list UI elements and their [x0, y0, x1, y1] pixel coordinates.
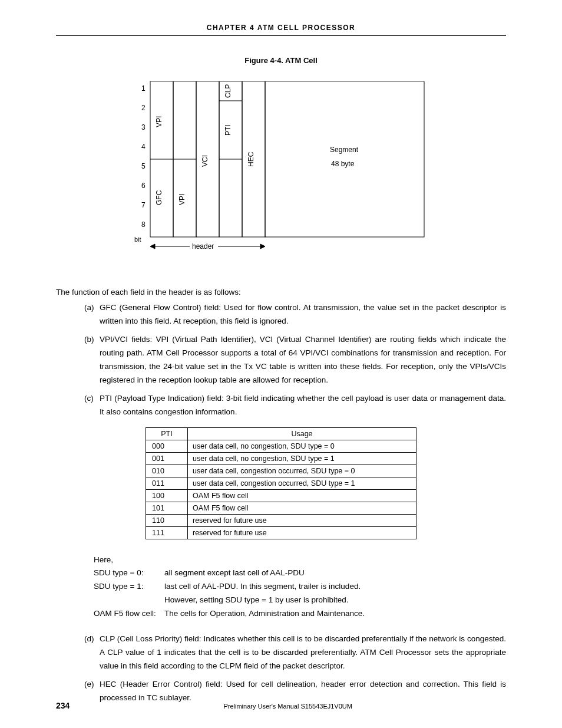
pti-cell: 011: [146, 477, 188, 489]
intro-text: The function of each field in the header…: [56, 288, 506, 297]
marker: (c): [84, 392, 100, 419]
svg-text:8: 8: [141, 220, 146, 229]
def-value: all segment except last cell of AAL-PDU: [164, 566, 305, 580]
table-row: 010user data cell, congestion occurred, …: [146, 465, 416, 477]
here-label: Here,: [94, 554, 506, 567]
field-body: CLP (Cell Loss Priority) field: Indicate…: [100, 633, 506, 673]
field-d: (d) CLP (Cell Loss Priority) field: Indi…: [84, 633, 506, 673]
def-label: SDU type = 0:: [94, 566, 164, 580]
pti-cell: 010: [146, 465, 188, 477]
pti-cell: 000: [146, 440, 188, 452]
svg-text:Segment: Segment: [330, 146, 359, 154]
field-b: (b) VPI/VCI fields: VPI (Virtual Path Id…: [84, 333, 506, 387]
pti-table: PTI Usage 000user data cell, no congesti…: [146, 427, 416, 539]
field-c: (c) PTI (Payload Type Indication) field:…: [84, 392, 506, 419]
svg-marker-31: [260, 244, 265, 249]
svg-text:PTI: PTI: [224, 124, 232, 136]
def-row: OAM F5 flow cell:The cells for Operation…: [94, 607, 506, 621]
svg-text:CLP: CLP: [224, 84, 232, 98]
usage-cell: user data cell, no congestion, SDU type …: [188, 452, 416, 465]
atm-cell-figure: 1 2 3 4 5 6 7 8 bit: [56, 81, 506, 264]
usage-cell: user data cell, no congestion, SDU type …: [188, 440, 416, 452]
pti-cell: 110: [146, 514, 188, 526]
pti-head: PTI: [146, 427, 188, 440]
field-a: (a) GFC (General Flow Control) field: Us…: [84, 301, 506, 328]
chapter-header: CHAPTER 4 ATM CELL PROCESSOR: [56, 24, 506, 36]
pti-cell: 001: [146, 452, 188, 465]
table-row: 000user data cell, no congestion, SDU ty…: [146, 440, 416, 452]
marker: (b): [84, 333, 100, 387]
svg-text:3: 3: [141, 123, 146, 131]
def-value: However, setting SDU type = 1 by user is…: [164, 594, 349, 607]
table-row: 001user data cell, no congestion, SDU ty…: [146, 452, 416, 465]
footer-text: Preliminary User's Manual S15543EJ1V0UM: [70, 703, 506, 710]
field-body: PTI (Payload Type Indication) field: 3-b…: [100, 392, 506, 419]
svg-text:header: header: [192, 242, 214, 251]
def-label: OAM F5 flow cell:: [94, 607, 164, 621]
def-label: [94, 594, 164, 607]
usage-cell: user data cell, congestion occurred, SDU…: [188, 465, 416, 477]
svg-text:2: 2: [141, 104, 146, 112]
def-row: SDU type = 1:last cell of AAL-PDU. In th…: [94, 580, 506, 594]
def-label: SDU type = 1:: [94, 580, 164, 594]
pti-cell: 111: [146, 526, 188, 539]
usage-cell: reserved for future use: [188, 526, 416, 539]
svg-marker-29: [150, 244, 155, 249]
def-row: SDU type = 0:all segment except last cel…: [94, 566, 506, 580]
field-body: GFC (General Flow Control) field: Used f…: [100, 301, 506, 328]
svg-rect-14: [265, 81, 424, 237]
marker: (a): [84, 301, 100, 328]
pti-cell: 100: [146, 489, 188, 502]
def-value: last cell of AAL-PDU. In this segment, t…: [164, 580, 361, 594]
svg-text:bit: bit: [134, 236, 141, 243]
table-row: 110reserved for future use: [146, 514, 416, 526]
field-body: VPI/VCI fields: VPI (Virtual Path Identi…: [100, 333, 506, 387]
svg-text:6: 6: [141, 182, 146, 190]
usage-cell: user data cell, congestion occurred, SDU…: [188, 477, 416, 489]
def-row: However, setting SDU type = 1 by user is…: [94, 594, 506, 607]
table-row: 011user data cell, congestion occurred, …: [146, 477, 416, 489]
usage-cell: OAM F5 flow cell: [188, 489, 416, 502]
usage-cell: reserved for future use: [188, 514, 416, 526]
svg-text:4: 4: [141, 143, 146, 151]
table-row: 100OAM F5 flow cell: [146, 489, 416, 502]
footer: 234 Preliminary User's Manual S15543EJ1V…: [56, 701, 506, 710]
usage-cell: OAM F5 flow cell: [188, 502, 416, 514]
svg-text:5: 5: [141, 162, 146, 170]
svg-text:7: 7: [141, 201, 146, 209]
pti-cell: 101: [146, 502, 188, 514]
svg-text:VCI: VCI: [201, 155, 209, 167]
svg-text:1: 1: [141, 84, 146, 93]
figure-title: Figure 4-4. ATM Cell: [56, 56, 506, 65]
definitions: Here, SDU type = 0:all segment except la…: [94, 554, 506, 621]
table-row: 101OAM F5 flow cell: [146, 502, 416, 514]
svg-text:GFC: GFC: [155, 190, 163, 205]
page-number: 234: [56, 701, 70, 710]
svg-text:VPI: VPI: [178, 194, 186, 205]
def-value: The cells for Operation, Administration …: [164, 607, 365, 621]
svg-text:48 byte: 48 byte: [331, 160, 355, 168]
svg-text:HEC: HEC: [247, 151, 255, 167]
usage-head: Usage: [188, 427, 416, 440]
table-row: 111reserved for future use: [146, 526, 416, 539]
svg-text:VPI: VPI: [155, 116, 163, 127]
marker: (d): [84, 633, 100, 673]
atm-cell-svg: 1 2 3 4 5 6 7 8 bit: [131, 81, 431, 264]
